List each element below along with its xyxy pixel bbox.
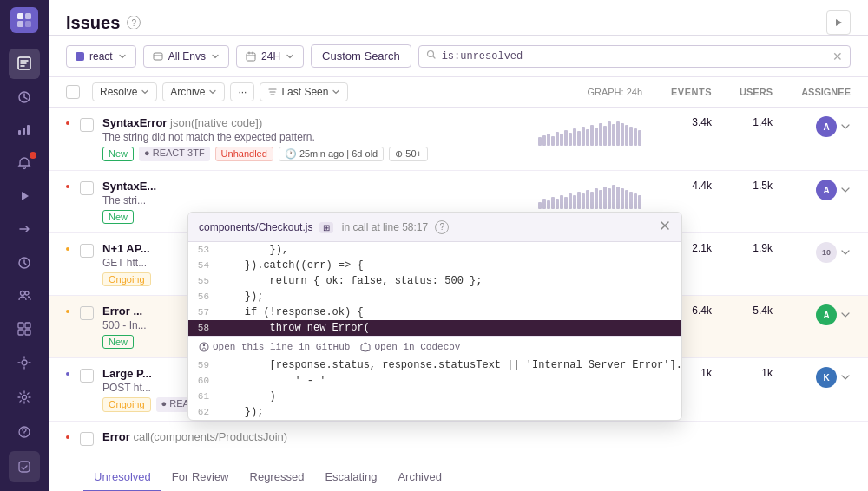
- resolve-label: Resolve: [100, 86, 137, 98]
- code-help-icon[interactable]: ?: [435, 220, 449, 234]
- sidebar-item-replay[interactable]: [9, 181, 40, 211]
- code-line: 56 });: [188, 289, 681, 304]
- codecov-icon: [360, 342, 371, 352]
- svg-point-18: [23, 396, 27, 400]
- tag-ongoing: Ongoing: [102, 397, 151, 412]
- svg-rect-6: [18, 130, 21, 135]
- issue-level-indicator: [66, 372, 69, 376]
- tag-count: ⊕ 50+: [389, 147, 428, 161]
- clear-search-button[interactable]: ✕: [832, 49, 843, 63]
- code-line: 62 });: [188, 404, 681, 420]
- graph-header: GRAPH: 24h: [538, 87, 642, 97]
- search-bar: ✕: [418, 45, 851, 68]
- code-line-highlighted: 58 throw new Error(: [188, 320, 681, 336]
- sidebar-item-alerts[interactable]: [9, 148, 40, 178]
- close-popup-button[interactable]: [659, 219, 671, 234]
- more-actions-button[interactable]: ···: [230, 82, 254, 101]
- time-filter-button[interactable]: 24H: [236, 45, 304, 68]
- issue-content: Error call(components/ProductsJoin): [102, 430, 851, 443]
- tag-project: ● REACT-3TF: [139, 147, 210, 161]
- issue-checkbox[interactable]: [80, 118, 94, 132]
- issues-area: Resolve Archive ··· Last Seen GRAPH: 24h: [49, 77, 868, 491]
- sidebar-item-org[interactable]: [9, 451, 40, 482]
- env-filter-button[interactable]: All Envs: [143, 45, 229, 68]
- issue-checkbox[interactable]: [80, 306, 94, 320]
- open-codecov-button[interactable]: Open in Codecov: [360, 342, 460, 352]
- sidebar-item-releases[interactable]: [9, 214, 40, 244]
- custom-search-button[interactable]: Custom Search: [311, 44, 411, 68]
- code-line: 55 return { ok: false, status: 500 };: [188, 273, 681, 289]
- calendar-icon: [246, 51, 256, 62]
- chevron-down-icon[interactable]: [840, 310, 851, 320]
- code-popup: components/Checkout.js ⊞ in call at line…: [187, 212, 682, 421]
- sidebar-item-users[interactable]: [9, 281, 40, 311]
- issue-graph: [538, 120, 642, 146]
- resolve-button[interactable]: Resolve: [92, 82, 157, 101]
- code-line: 61 ): [188, 389, 681, 404]
- svg-point-26: [200, 343, 208, 351]
- issue-title: SyntaxError json([native code]): [102, 116, 538, 129]
- title-help-icon[interactable]: ?: [127, 16, 141, 29]
- issue-stats: 4.4k 1.5k A: [642, 180, 851, 200]
- issue-assignee: 10: [773, 242, 851, 263]
- archive-button[interactable]: Archive: [162, 82, 225, 101]
- svg-rect-16: [25, 330, 30, 335]
- alert-badge: [30, 152, 36, 159]
- chevron-down-icon[interactable]: [840, 121, 851, 132]
- sidebar-item-dashboards[interactable]: [9, 314, 40, 344]
- code-popup-header: components/Checkout.js ⊞ in call at line…: [188, 213, 681, 242]
- table-row[interactable]: Error call(components/ProductsJoin): [49, 422, 868, 455]
- chevron-down-icon[interactable]: [840, 247, 851, 258]
- sidebar-item-discover[interactable]: [9, 115, 40, 145]
- issue-users: 1.4k: [712, 116, 773, 128]
- code-line: 54 }).catch((err) => {: [188, 258, 681, 273]
- issue-level-indicator: [66, 185, 69, 188]
- avatar: A: [816, 116, 837, 137]
- issue-level-indicator: [66, 247, 69, 251]
- svg-rect-24: [247, 53, 255, 61]
- issue-checkbox[interactable]: [80, 432, 94, 446]
- page-header: Issues ? Unresolved For Review Regressed…: [49, 0, 868, 36]
- sidebar-item-perf[interactable]: [9, 82, 40, 112]
- sidebar-item-integrations[interactable]: [9, 347, 40, 378]
- issue-users: 1.9k: [712, 242, 773, 254]
- chevron-down-icon[interactable]: [840, 372, 851, 383]
- code-line: 59 [response.status, response.statusText…: [188, 357, 681, 373]
- chevron-down-icon: [208, 88, 217, 96]
- search-input[interactable]: [442, 50, 832, 62]
- issue-users: 1k: [712, 367, 773, 379]
- tag-ongoing: Ongoing: [102, 272, 151, 286]
- sidebar-logo[interactable]: [10, 7, 38, 33]
- tag-time: 🕐 25min ago | 6d old: [279, 147, 384, 161]
- open-github-button[interactable]: Open this line in GitHub: [199, 342, 350, 352]
- svg-rect-0: [17, 13, 23, 19]
- sidebar-item-help[interactable]: [9, 416, 40, 448]
- svg-point-20: [23, 435, 24, 435]
- code-file-path: components/Checkout.js ⊞: [199, 221, 333, 233]
- issue-tags: New ● REACT-3TF Unhandled 🕐 25min ago | …: [102, 147, 538, 161]
- play-button[interactable]: [826, 10, 851, 35]
- issue-checkbox[interactable]: [80, 369, 94, 383]
- sidebar-item-settings[interactable]: [9, 382, 40, 413]
- sort-label: Last Seen: [281, 86, 328, 98]
- project-filter-button[interactable]: react: [66, 45, 136, 68]
- file-link[interactable]: ⊞: [319, 222, 333, 233]
- svg-rect-14: [25, 323, 30, 328]
- issue-checkbox[interactable]: [80, 181, 94, 195]
- table-row[interactable]: SyntaxError json([native code]) The stri…: [49, 108, 868, 171]
- sidebar-item-monitor[interactable]: [9, 248, 40, 278]
- svg-point-11: [21, 291, 25, 295]
- chevron-down-icon[interactable]: [840, 185, 851, 195]
- issue-checkbox[interactable]: [80, 244, 94, 258]
- tag-new: New: [102, 210, 134, 224]
- issue-desc: The stri...: [102, 194, 538, 206]
- select-all-checkbox[interactable]: [66, 85, 80, 99]
- sidebar-item-issues[interactable]: [9, 49, 40, 78]
- project-filter-label: react: [89, 50, 113, 62]
- sort-button[interactable]: Last Seen: [260, 82, 348, 101]
- chevron-down-icon: [332, 88, 340, 96]
- tag-new: New: [102, 335, 134, 349]
- events-header: EVENTS: [642, 87, 712, 97]
- code-body: 53 }), 54 }).catch((err) => { 55 return …: [188, 242, 681, 420]
- issue-title-extra: json([native code]): [170, 116, 262, 129]
